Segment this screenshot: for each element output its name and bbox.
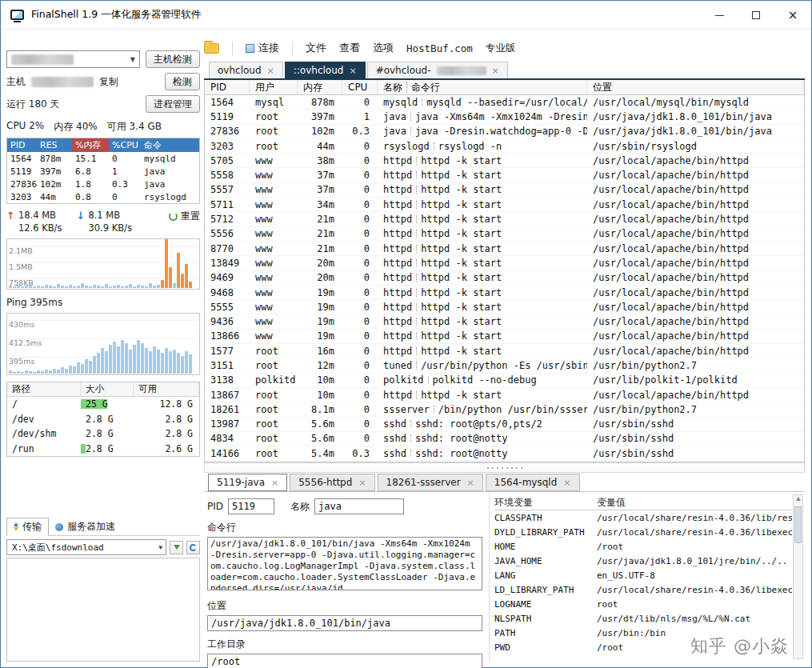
tab-close-icon[interactable]: × <box>271 478 278 488</box>
menu-file[interactable]: 文件 <box>306 41 326 55</box>
menu-connect[interactable]: 连接 <box>246 41 279 55</box>
process-row[interactable]: 9436 www 19m 0 httpdhttpd -k start /usr/… <box>205 314 804 329</box>
hostbuf-link[interactable]: HostBuf.com <box>406 42 473 54</box>
session-tab[interactable]: #ovhcloud- × <box>367 62 508 78</box>
folder-icon[interactable] <box>204 43 219 54</box>
detail-tab[interactable]: 5119-java × <box>208 474 287 491</box>
disk-row[interactable]: / 25 G 12.8 G <box>7 397 199 412</box>
process-row[interactable]: 5712 www 21m 0 httpdhttpd -k start /usr/… <box>205 212 804 226</box>
process-row[interactable]: 5119 root 397m 1 javajava -Xms64m -Xmx10… <box>205 110 804 124</box>
menu-view[interactable]: 查看 <box>339 41 360 55</box>
env-row[interactable]: JAVA_HOME /usr/java/jdk1.8.0_101/jre/bin… <box>494 554 792 568</box>
disk-row[interactable]: /run 2.8 G 2.6 G <box>7 442 199 457</box>
col-name-cmd[interactable]: 名称命令行 <box>378 80 587 94</box>
mini-col-cpu[interactable]: %CPU <box>109 138 141 152</box>
download-path-selector[interactable]: X:\桌面\fsdownload ▼ <box>6 539 166 555</box>
env-row[interactable]: HOME /root <box>494 539 792 554</box>
reset-button[interactable]: 重置 <box>169 210 200 223</box>
process-row[interactable]: 5558 www 37m 0 httpdhttpd -k start /usr/… <box>205 168 804 182</box>
host-selector[interactable]: ▼ <box>6 50 140 68</box>
session-tab[interactable]: ovhcloud × <box>209 62 283 78</box>
process-row[interactable]: 5705 www 38m 0 httpdhttpd -k start /usr/… <box>205 154 804 168</box>
detail-tab[interactable]: 5556-httpd × <box>290 474 374 491</box>
top-process-row[interactable]: 3203 44m 0.8 0 rsyslogd <box>7 190 199 203</box>
process-row[interactable]: 18261 root 8.1m 0 ssserver/bin/python /u… <box>205 402 804 417</box>
file-list-area[interactable] <box>6 558 200 662</box>
tab-close-icon[interactable]: × <box>467 478 474 488</box>
process-manage-button[interactable]: 进程管理 <box>146 95 200 113</box>
maximize-button[interactable] <box>738 1 774 30</box>
disk-row[interactable]: /dev 2.8 G 2.8 G <box>7 412 199 427</box>
env-row[interactable]: LD_LIBRARY_PATH /usr/local/share/resin-4… <box>494 582 792 597</box>
scrollbar-thumb[interactable] <box>794 506 802 543</box>
detail-tab[interactable]: 18261-ssserver × <box>378 474 483 491</box>
tab-close-icon[interactable]: × <box>563 478 570 488</box>
process-row[interactable]: 9468 www 19m 0 httpdhttpd -k start /usr/… <box>205 286 804 300</box>
tab-close-icon[interactable]: × <box>492 66 499 76</box>
process-row[interactable]: 5556 www 21m 0 httpdhttpd -k start /usr/… <box>205 227 804 242</box>
pid-field[interactable] <box>228 498 274 514</box>
host-detect-button[interactable]: 主机检测 <box>146 50 200 68</box>
location-field[interactable] <box>207 615 482 631</box>
process-row[interactable]: 8770 www 21m 0 httpdhttpd -k start /usr/… <box>205 242 804 256</box>
env-col-value[interactable]: 变量值 <box>597 496 792 510</box>
minimize-button[interactable] <box>701 1 738 30</box>
tab-close-icon[interactable]: × <box>267 66 274 76</box>
process-row[interactable]: 27836 root 102m 0.3 javajava -Dresin.wat… <box>205 125 804 139</box>
process-row[interactable]: 13866 www 19m 0 httpdhttpd -k start /usr… <box>205 330 804 344</box>
detail-tab[interactable]: 1564-mysqld × <box>486 474 580 491</box>
process-row[interactable]: 13987 root 5.6m 0 sshdsshd: root@pts/0,p… <box>205 418 804 432</box>
copy-link[interactable]: 复制 <box>99 75 118 89</box>
process-row[interactable]: 13867 root 10m 0 httpdhttpd -k start /us… <box>205 388 804 402</box>
cmdline-field[interactable]: /usr/java/jdk1.8.0_101/bin/java -Xms64m … <box>207 537 482 590</box>
col-user[interactable]: 用户 <box>250 80 298 94</box>
top-process-row[interactable]: 1564 878m 15.1 0 mysqld <box>7 152 199 165</box>
detect-button[interactable]: 检测 <box>165 73 200 90</box>
horizontal-splitter[interactable] <box>204 462 805 473</box>
col-pid[interactable]: PID <box>205 80 250 94</box>
pro-version-label[interactable]: 专业版 <box>486 42 516 55</box>
tab-server-accelerate[interactable]: 服务器加速 <box>49 518 122 535</box>
col-location[interactable]: 位置 <box>587 80 804 94</box>
col-mem[interactable]: 内存 <box>298 80 342 94</box>
disk-row[interactable]: /dev/shm 2.8 G 2.8 G <box>7 426 199 442</box>
session-tab[interactable]: ::ovhcloud × <box>285 62 366 78</box>
env-row[interactable]: NLSPATH /usr/dt/lib/nls/msg/%L/%N.cat <box>494 611 792 626</box>
tab-close-icon[interactable]: × <box>358 478 366 488</box>
process-row[interactable]: 4834 root 5.6m 0 sshdsshd: root@notty /u… <box>205 432 804 446</box>
env-row[interactable]: LOGNAME root <box>494 597 792 611</box>
process-row[interactable]: 9469 www 20m 0 httpdhttpd -k start /usr/… <box>205 271 804 286</box>
env-scrollbar[interactable] <box>793 494 803 659</box>
env-row[interactable]: CLASSPATH /usr/local/share/resin-4.0.36/… <box>494 510 792 525</box>
top-process-row[interactable]: 27836 102m 1.8 0.3 java <box>7 178 199 190</box>
process-row[interactable]: 1564 mysql 878m 0 mysqldmysqld --basedir… <box>205 95 804 110</box>
mini-col-pid[interactable]: PID <box>7 138 37 152</box>
mini-col-res[interactable]: RES <box>37 138 72 152</box>
process-row[interactable]: 5711 www 34m 0 httpdhttpd -k start /usr/… <box>205 198 804 212</box>
disk-col-size[interactable]: 大小 <box>81 382 134 396</box>
tab-close-icon[interactable]: × <box>349 66 356 76</box>
process-row[interactable]: 5555 www 19m 0 httpdhttpd -k start /usr/… <box>205 300 804 314</box>
workdir-field[interactable] <box>207 654 482 668</box>
col-cpu[interactable]: CPU <box>342 80 378 94</box>
disk-col-avail[interactable]: 可用 <box>134 382 199 396</box>
process-row[interactable]: 3138 polkitd 10m 0 polkitdpolkitd --no-d… <box>205 374 804 388</box>
env-col-name[interactable]: 环境变量 <box>494 496 597 510</box>
name-field[interactable] <box>314 498 404 514</box>
process-row[interactable]: 14166 root 5.4m 0.3 sshdsshd: root@notty… <box>205 446 804 461</box>
top-process-row[interactable]: 5119 397m 6.8 1 java <box>7 165 199 178</box>
process-row[interactable]: 3151 root 12m 0 tuned/usr/bin/python -Es… <box>205 358 804 373</box>
env-row[interactable]: DYLD_LIBRARY_PATH /usr/local/share/resin… <box>494 525 792 539</box>
scroll-up-icon[interactable] <box>796 497 801 501</box>
env-row[interactable]: PATH /usr/bin:/bin <box>494 626 792 640</box>
refresh-button[interactable] <box>186 541 200 554</box>
download-button[interactable] <box>170 541 183 554</box>
process-row[interactable]: 5557 www 37m 0 httpdhttpd -k start /usr/… <box>205 183 804 198</box>
env-row[interactable]: PWD /root <box>494 640 792 654</box>
process-row[interactable]: 1577 root 16m 0 httpdhttpd -k start /usr… <box>205 344 804 358</box>
env-row[interactable]: LANG en_US.UTF-8 <box>494 568 792 582</box>
mini-col-cmd[interactable]: 命令 <box>141 138 199 152</box>
disk-col-path[interactable]: 路径 <box>7 382 81 396</box>
tab-transfer[interactable]: 传输 <box>6 518 49 536</box>
mini-col-mem-sorted[interactable]: %内存 <box>72 138 109 152</box>
